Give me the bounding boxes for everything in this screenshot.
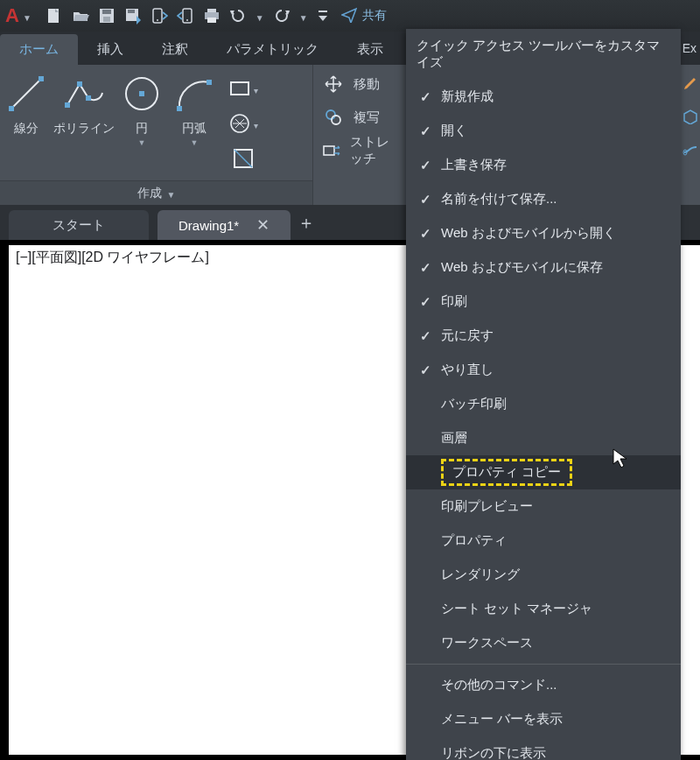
qat-item-plotpreview[interactable]: 印刷プレビュー (406, 489, 681, 524)
tab-parametric[interactable]: パラメトリック (207, 34, 338, 65)
chevron-down-icon[interactable]: ▼ (299, 13, 308, 23)
rectangle-button[interactable]: ▾ (226, 74, 261, 103)
qat-item-save[interactable]: ✓上書き保存 (406, 148, 681, 182)
app-logo[interactable]: A ▼ (5, 4, 32, 27)
svg-marker-7 (136, 16, 141, 25)
qat-item-web-save[interactable]: ✓Web およびモバイルに保存 (406, 250, 681, 285)
tab-start[interactable]: スタート (9, 210, 149, 240)
svg-marker-18 (318, 16, 327, 21)
hatch-button[interactable]: ▾ (226, 109, 261, 138)
chevron-down-icon: ▼ (23, 13, 32, 23)
svg-rect-21 (38, 76, 44, 81)
check-icon: ✓ (416, 328, 434, 344)
line-label: 線分 (14, 121, 38, 137)
chevron-down-icon: ▼ (191, 138, 199, 147)
line-icon (6, 72, 46, 116)
svg-rect-34 (324, 146, 334, 155)
polyline-label: ポリライン (53, 121, 115, 137)
svg-point-33 (332, 116, 340, 124)
svg-rect-24 (86, 95, 91, 101)
qat-item-new[interactable]: ✓新規作成 (406, 80, 681, 114)
svg-rect-14 (207, 18, 216, 23)
web-save-icon[interactable] (177, 7, 194, 25)
circle-icon (122, 72, 162, 116)
circle-button[interactable]: 円 ▼ (116, 70, 168, 147)
save-as-icon[interactable] (124, 7, 142, 25)
check-icon: ✓ (416, 192, 434, 208)
tab-drawing[interactable]: Drawing1* ✕ (158, 210, 290, 240)
tab-home[interactable]: ホーム (0, 34, 78, 65)
redo-icon[interactable] (273, 7, 290, 25)
qat-item-open[interactable]: ✓開く (406, 114, 681, 148)
check-icon: ✓ (416, 362, 434, 378)
qat-item-sheetset[interactable]: シート セット マネージャ (406, 592, 681, 626)
new-icon[interactable] (46, 7, 63, 25)
circle-label: 円 (136, 121, 148, 137)
stretch-button[interactable]: ストレッチ (322, 137, 401, 165)
qat-item-undo[interactable]: ✓元に戻す (406, 319, 681, 353)
qat-item-more-commands[interactable]: その他のコマンド... (406, 668, 681, 702)
paper-plane-icon (341, 7, 357, 25)
svg-line-19 (11, 79, 41, 109)
drawing-tab-label: Drawing1* (178, 218, 239, 233)
box-icon[interactable] (682, 109, 698, 124)
panel-draw-title[interactable]: 作成 ▼ (0, 180, 312, 205)
qat-customize-icon[interactable] (317, 7, 329, 25)
move-button[interactable]: 移動 (322, 70, 401, 98)
save-icon[interactable] (98, 7, 116, 25)
tab-insert[interactable]: 挿入 (78, 34, 143, 65)
qat-item-render[interactable]: レンダリング (406, 558, 681, 592)
menu-separator (406, 664, 681, 665)
tab-express-partial[interactable]: Ex (681, 32, 700, 65)
line-button[interactable]: 線分 (0, 70, 52, 137)
autocad-a-icon: A (5, 4, 19, 27)
svg-rect-22 (65, 102, 70, 108)
qat-item-batchplot[interactable]: バッチ印刷 (406, 387, 681, 421)
share-button[interactable]: 共有 (341, 7, 387, 25)
qat-item-web-open[interactable]: ✓Web およびモバイルから開く (406, 216, 681, 250)
tab-annotate[interactable]: 注釈 (143, 34, 207, 65)
right-tool-palette (681, 65, 700, 205)
polyline-button[interactable]: ポリライン (52, 70, 116, 137)
qat-item-layer[interactable]: 画層 (406, 421, 681, 455)
qat-customize-menu: クイック アクセス ツールバーをカスタマイズ ✓新規作成 ✓開く ✓上書き保存 … (406, 29, 681, 760)
check-icon: ✓ (416, 226, 434, 242)
draw-panel-label: 作成 (137, 186, 162, 201)
svg-rect-29 (231, 82, 248, 95)
qat-item-matchprop[interactable]: プロパティ コピー (406, 455, 681, 489)
copy-button[interactable]: 複写 (322, 103, 401, 131)
undo-icon[interactable] (229, 7, 247, 25)
svg-point-9 (157, 19, 158, 21)
chevron-down-icon: ▼ (138, 138, 146, 147)
svg-rect-27 (177, 106, 182, 111)
check-icon: ✓ (416, 158, 434, 173)
boundary-button[interactable] (226, 144, 261, 173)
draw-small-col-1: ▾ ▾ (220, 70, 266, 173)
open-icon[interactable] (72, 7, 89, 25)
qat-item-saveas[interactable]: ✓名前を付けて保存... (406, 182, 681, 216)
tab-view[interactable]: 表示 (338, 34, 402, 65)
pencil-icon[interactable] (682, 75, 698, 91)
polyline-icon (64, 72, 104, 116)
qat-item-redo[interactable]: ✓やり直し (406, 353, 681, 387)
svg-point-32 (326, 110, 335, 119)
quick-access-toolbar: ▼ ▼ (46, 7, 329, 25)
check-icon: ✓ (416, 123, 434, 139)
qat-item-properties[interactable]: プロパティ (406, 524, 681, 558)
svg-rect-23 (77, 81, 82, 87)
print-icon[interactable] (203, 7, 220, 25)
chevron-down-icon: ▼ (167, 190, 176, 200)
close-icon[interactable]: ✕ (256, 215, 270, 235)
qat-item-show-menubar[interactable]: メニュー バーを表示 (406, 702, 681, 736)
svg-rect-17 (318, 11, 327, 12)
new-tab-button[interactable]: ＋ (290, 207, 322, 238)
arc-button[interactable]: 円弧 ▼ (168, 70, 220, 147)
sweep-icon[interactable] (682, 142, 698, 158)
qat-item-workspace[interactable]: ワークスペース (406, 626, 681, 660)
web-open-icon[interactable] (150, 7, 168, 25)
viewport-controls[interactable]: [−][平面図][2D ワイヤフレーム] (16, 249, 209, 267)
qat-item-print[interactable]: ✓印刷 (406, 285, 681, 319)
chevron-down-icon[interactable]: ▼ (256, 13, 264, 23)
qat-item-show-below-ribbon[interactable]: リボンの下に表示 (406, 736, 681, 760)
check-icon: ✓ (416, 260, 434, 276)
